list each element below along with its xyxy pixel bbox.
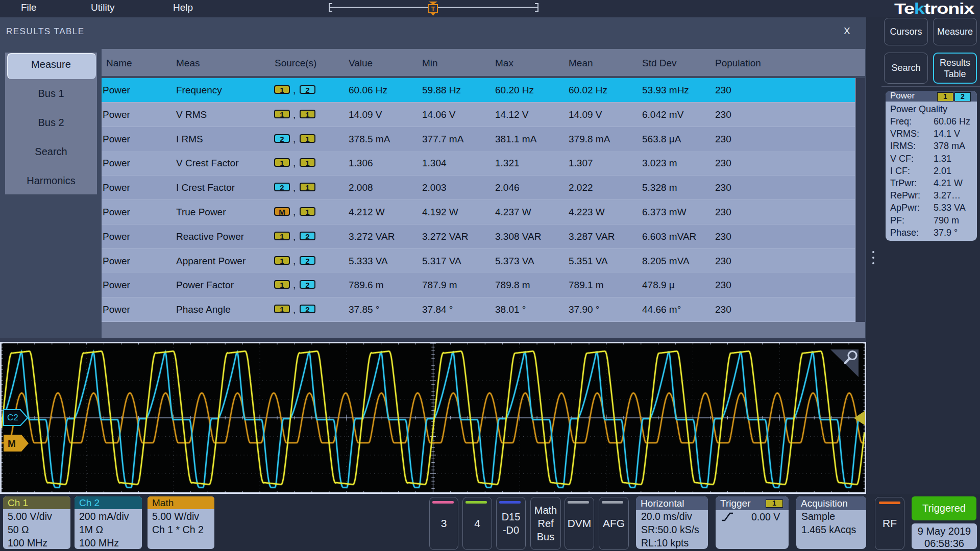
svg-text:M: M [8,438,16,449]
svg-text:C2: C2 [7,413,18,422]
svg-text:T: T [431,6,435,13]
